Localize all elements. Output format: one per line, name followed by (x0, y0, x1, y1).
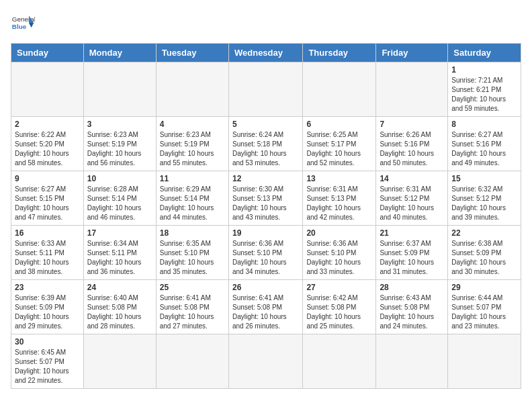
calendar-day-cell: 12Sunrise: 6:30 AM Sunset: 5:13 PM Dayli… (228, 171, 302, 226)
calendar-day-cell: 24Sunrise: 6:40 AM Sunset: 5:08 PM Dayli… (83, 280, 156, 334)
day-number: 8 (451, 120, 517, 129)
calendar-day-cell: 9Sunrise: 6:27 AM Sunset: 5:15 PM Daylig… (11, 171, 84, 226)
calendar-day-cell (303, 62, 376, 117)
day-of-week-header: Saturday (448, 44, 521, 62)
day-info: Sunrise: 6:36 AM Sunset: 5:10 PM Dayligh… (306, 239, 372, 277)
day-number: 6 (306, 120, 372, 129)
calendar-day-cell: 30Sunrise: 6:45 AM Sunset: 5:07 PM Dayli… (11, 334, 84, 389)
calendar-day-cell: 17Sunrise: 6:34 AM Sunset: 5:11 PM Dayli… (83, 226, 156, 280)
day-info: Sunrise: 6:34 AM Sunset: 5:11 PM Dayligh… (87, 239, 152, 277)
day-number: 24 (87, 283, 152, 292)
calendar-day-cell: 20Sunrise: 6:36 AM Sunset: 5:10 PM Dayli… (303, 226, 376, 280)
day-number: 10 (87, 174, 152, 183)
calendar-day-cell (228, 62, 302, 117)
calendar-week-row: 9Sunrise: 6:27 AM Sunset: 5:15 PM Daylig… (11, 171, 521, 226)
day-number: 2 (15, 120, 80, 129)
day-number: 12 (232, 174, 299, 183)
logo: General Blue (11, 11, 35, 35)
calendar-day-cell: 1Sunrise: 7:21 AM Sunset: 6:21 PM Daylig… (448, 62, 521, 117)
day-of-week-header: Thursday (303, 44, 376, 62)
calendar-day-cell: 11Sunrise: 6:29 AM Sunset: 5:14 PM Dayli… (156, 171, 228, 226)
calendar-day-cell: 22Sunrise: 6:38 AM Sunset: 5:09 PM Dayli… (448, 226, 521, 280)
day-info: Sunrise: 6:30 AM Sunset: 5:13 PM Dayligh… (232, 185, 299, 222)
day-info: Sunrise: 6:39 AM Sunset: 5:09 PM Dayligh… (15, 293, 80, 331)
day-info: Sunrise: 6:33 AM Sunset: 5:11 PM Dayligh… (15, 239, 80, 277)
day-info: Sunrise: 6:25 AM Sunset: 5:17 PM Dayligh… (306, 130, 372, 168)
calendar-day-cell (156, 62, 228, 117)
day-number: 27 (306, 283, 372, 292)
calendar-day-cell (376, 334, 448, 389)
calendar-week-row: 23Sunrise: 6:39 AM Sunset: 5:09 PM Dayli… (11, 280, 521, 334)
day-info: Sunrise: 6:26 AM Sunset: 5:16 PM Dayligh… (380, 130, 444, 168)
calendar-day-cell (376, 62, 448, 117)
day-info: Sunrise: 6:22 AM Sunset: 5:20 PM Dayligh… (15, 130, 80, 168)
day-info: Sunrise: 6:43 AM Sunset: 5:08 PM Dayligh… (380, 293, 444, 331)
day-number: 11 (160, 174, 225, 183)
day-number: 28 (380, 283, 444, 292)
day-number: 16 (15, 228, 80, 238)
calendar-week-row: 2Sunrise: 6:22 AM Sunset: 5:20 PM Daylig… (11, 117, 521, 171)
calendar-day-cell: 8Sunrise: 6:27 AM Sunset: 5:16 PM Daylig… (448, 117, 521, 171)
day-number: 3 (87, 120, 152, 129)
svg-text:Blue: Blue (12, 23, 27, 30)
day-info: Sunrise: 6:27 AM Sunset: 5:16 PM Dayligh… (451, 130, 517, 168)
day-info: Sunrise: 6:41 AM Sunset: 5:08 PM Dayligh… (232, 293, 299, 331)
calendar-day-cell: 7Sunrise: 6:26 AM Sunset: 5:16 PM Daylig… (376, 117, 448, 171)
calendar-day-cell: 5Sunrise: 6:24 AM Sunset: 5:18 PM Daylig… (228, 117, 302, 171)
day-info: Sunrise: 6:31 AM Sunset: 5:12 PM Dayligh… (380, 185, 444, 222)
calendar-header-row: SundayMondayTuesdayWednesdayThursdayFrid… (11, 44, 521, 62)
calendar-day-cell: 19Sunrise: 6:36 AM Sunset: 5:10 PM Dayli… (228, 226, 302, 280)
day-info: Sunrise: 6:27 AM Sunset: 5:15 PM Dayligh… (15, 185, 80, 222)
day-of-week-header: Sunday (11, 44, 84, 62)
calendar-day-cell: 4Sunrise: 6:23 AM Sunset: 5:19 PM Daylig… (156, 117, 228, 171)
day-info: Sunrise: 6:24 AM Sunset: 5:18 PM Dayligh… (232, 130, 299, 168)
calendar-day-cell: 3Sunrise: 6:23 AM Sunset: 5:19 PM Daylig… (83, 117, 156, 171)
day-info: Sunrise: 6:38 AM Sunset: 5:09 PM Dayligh… (451, 239, 517, 277)
calendar-week-row: 1Sunrise: 7:21 AM Sunset: 6:21 PM Daylig… (11, 62, 521, 117)
day-number: 18 (160, 228, 225, 238)
day-info: Sunrise: 7:21 AM Sunset: 6:21 PM Dayligh… (451, 76, 517, 113)
day-info: Sunrise: 6:41 AM Sunset: 5:08 PM Dayligh… (160, 293, 225, 331)
logo-icon: General Blue (11, 11, 35, 35)
day-of-week-header: Wednesday (228, 44, 302, 62)
day-number: 20 (306, 228, 372, 238)
day-info: Sunrise: 6:36 AM Sunset: 5:10 PM Dayligh… (232, 239, 299, 277)
calendar-week-row: 30Sunrise: 6:45 AM Sunset: 5:07 PM Dayli… (11, 334, 521, 389)
day-number: 14 (380, 174, 444, 183)
calendar-day-cell (83, 334, 156, 389)
calendar-day-cell: 21Sunrise: 6:37 AM Sunset: 5:09 PM Dayli… (376, 226, 448, 280)
calendar-day-cell: 13Sunrise: 6:31 AM Sunset: 5:13 PM Dayli… (303, 171, 376, 226)
calendar-day-cell: 29Sunrise: 6:44 AM Sunset: 5:07 PM Dayli… (448, 280, 521, 334)
day-number: 9 (15, 174, 80, 183)
calendar-day-cell: 27Sunrise: 6:42 AM Sunset: 5:08 PM Dayli… (303, 280, 376, 334)
calendar-day-cell (156, 334, 228, 389)
page-header: General Blue (11, 11, 521, 35)
day-number: 17 (87, 228, 152, 238)
calendar-day-cell: 28Sunrise: 6:43 AM Sunset: 5:08 PM Dayli… (376, 280, 448, 334)
day-info: Sunrise: 6:31 AM Sunset: 5:13 PM Dayligh… (306, 185, 372, 222)
day-number: 4 (160, 120, 225, 129)
day-info: Sunrise: 6:40 AM Sunset: 5:08 PM Dayligh… (87, 293, 152, 331)
day-info: Sunrise: 6:32 AM Sunset: 5:12 PM Dayligh… (451, 185, 517, 222)
day-info: Sunrise: 6:35 AM Sunset: 5:10 PM Dayligh… (160, 239, 225, 277)
day-number: 23 (15, 283, 80, 292)
day-number: 7 (380, 120, 444, 129)
day-number: 19 (232, 228, 299, 238)
day-number: 21 (380, 228, 444, 238)
day-info: Sunrise: 6:28 AM Sunset: 5:14 PM Dayligh… (87, 185, 152, 222)
day-number: 29 (451, 283, 517, 292)
day-info: Sunrise: 6:29 AM Sunset: 5:14 PM Dayligh… (160, 185, 225, 222)
calendar-day-cell: 15Sunrise: 6:32 AM Sunset: 5:12 PM Dayli… (448, 171, 521, 226)
calendar-week-row: 16Sunrise: 6:33 AM Sunset: 5:11 PM Dayli… (11, 226, 521, 280)
calendar-day-cell: 6Sunrise: 6:25 AM Sunset: 5:17 PM Daylig… (303, 117, 376, 171)
day-info: Sunrise: 6:45 AM Sunset: 5:07 PM Dayligh… (15, 348, 80, 385)
day-info: Sunrise: 6:42 AM Sunset: 5:08 PM Dayligh… (306, 293, 372, 331)
calendar-table: SundayMondayTuesdayWednesdayThursdayFrid… (11, 43, 521, 389)
day-info: Sunrise: 6:23 AM Sunset: 5:19 PM Dayligh… (87, 130, 152, 168)
calendar-day-cell: 10Sunrise: 6:28 AM Sunset: 5:14 PM Dayli… (83, 171, 156, 226)
day-number: 26 (232, 283, 299, 292)
day-number: 13 (306, 174, 372, 183)
calendar-day-cell: 25Sunrise: 6:41 AM Sunset: 5:08 PM Dayli… (156, 280, 228, 334)
calendar-day-cell: 2Sunrise: 6:22 AM Sunset: 5:20 PM Daylig… (11, 117, 84, 171)
day-number: 15 (451, 174, 517, 183)
